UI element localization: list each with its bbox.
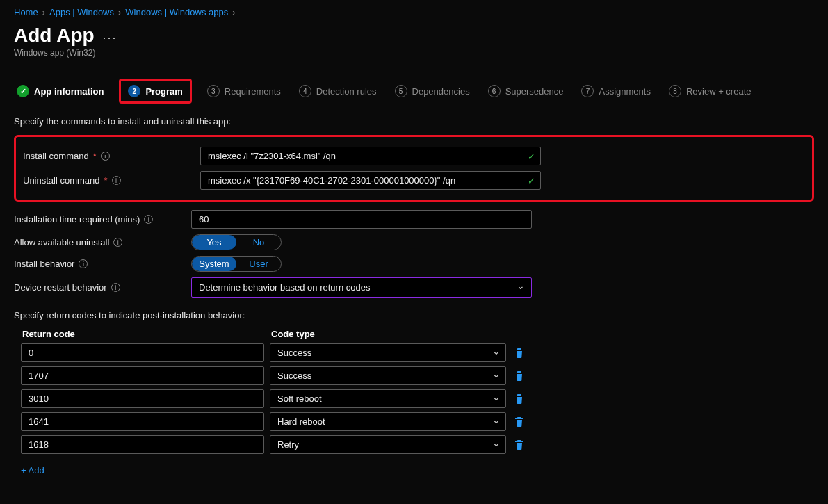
step-label: Review + create (686, 86, 752, 97)
page-title: Add App (14, 24, 95, 47)
code-type-select[interactable] (270, 389, 506, 408)
uninstall-command-input[interactable] (200, 171, 541, 190)
delete-row-button[interactable] (512, 368, 527, 384)
install-behavior-system[interactable]: System (192, 257, 236, 271)
code-type-select[interactable] (270, 412, 506, 431)
check-icon (17, 85, 29, 97)
section-return-codes-description: Specify return codes to indicate post-in… (14, 310, 814, 320)
chevron-right-icon: › (232, 7, 235, 17)
install-command-label: Install command (23, 151, 89, 161)
step-assignments[interactable]: 7 Assignments (578, 81, 653, 101)
chevron-right-icon: › (118, 7, 121, 17)
allow-uninstall-label: Allow available uninstall (14, 237, 109, 247)
allow-uninstall-yes[interactable]: Yes (192, 235, 236, 250)
install-time-label: Installation time required (mins) (14, 214, 140, 225)
info-icon[interactable] (113, 238, 122, 247)
code-type-select[interactable] (270, 435, 506, 454)
wizard-steps: App information 2 Program 3 Requirements… (14, 79, 814, 104)
return-code-row (21, 389, 814, 408)
delete-row-button[interactable] (512, 437, 527, 453)
return-code-input[interactable] (21, 389, 264, 408)
chevron-right-icon: › (42, 7, 45, 17)
section-commands-description: Specify the commands to install and unin… (14, 116, 814, 127)
step-number-icon: 5 (395, 85, 407, 97)
chevron-down-icon (492, 393, 501, 405)
delete-row-button[interactable] (512, 414, 527, 430)
return-code-row (21, 412, 814, 431)
uninstall-command-label: Uninstall command (23, 175, 100, 186)
step-number-icon: 4 (299, 85, 311, 97)
install-command-input[interactable] (200, 147, 541, 165)
chevron-down-icon (492, 371, 501, 382)
step-label: Assignments (599, 86, 650, 97)
step-label: Supersedence (505, 86, 564, 97)
page-subtitle: Windows app (Win32) (14, 48, 814, 58)
breadcrumb: Home › Apps | Windows › Windows | Window… (14, 7, 814, 17)
breadcrumb-apps-windows[interactable]: Apps | Windows (49, 7, 114, 17)
step-number-icon: 6 (488, 85, 501, 97)
restart-behavior-select[interactable] (191, 277, 532, 298)
step-supersedence[interactable]: 6 Supersedence (485, 81, 567, 101)
add-return-code-button[interactable]: + Add (21, 465, 44, 475)
delete-row-button[interactable] (512, 345, 527, 361)
code-type-select[interactable] (270, 343, 506, 362)
required-indicator: * (93, 151, 97, 161)
header-code-type: Code type (271, 329, 521, 339)
step-review-create[interactable]: 8 Review + create (666, 81, 754, 101)
info-icon[interactable] (101, 152, 110, 161)
step-detection-rules[interactable]: 4 Detection rules (296, 81, 380, 101)
step-dependencies[interactable]: 5 Dependencies (392, 81, 473, 101)
return-code-input[interactable] (21, 366, 264, 385)
info-icon[interactable] (112, 176, 121, 185)
step-label: Dependencies (412, 86, 470, 97)
allow-uninstall-no[interactable]: No (236, 235, 281, 250)
step-requirements[interactable]: 3 Requirements (204, 81, 284, 101)
chevron-down-icon (492, 348, 501, 359)
step-label: Program (145, 86, 182, 97)
install-time-input[interactable] (191, 210, 532, 229)
chevron-down-icon (492, 416, 501, 428)
return-code-row (21, 343, 814, 362)
step-label: App information (34, 86, 104, 97)
step-label: Requirements (225, 86, 281, 97)
info-icon[interactable] (144, 215, 153, 224)
step-number-icon: 7 (581, 85, 594, 97)
allow-uninstall-toggle: Yes No (191, 234, 282, 250)
return-code-input[interactable] (21, 435, 264, 454)
return-code-row (21, 435, 814, 454)
install-behavior-user[interactable]: User (236, 257, 281, 271)
step-program[interactable]: 2 Program (119, 79, 191, 104)
required-indicator: * (104, 175, 108, 186)
step-number-icon: 3 (207, 85, 220, 97)
more-actions-button[interactable]: ··· (103, 31, 117, 45)
install-behavior-label: Install behavior (14, 259, 74, 269)
step-number-icon: 8 (669, 85, 681, 97)
return-codes-header: Return code Code type (21, 329, 814, 339)
step-number-icon: 2 (128, 85, 140, 97)
info-icon[interactable] (111, 283, 120, 292)
return-code-input[interactable] (21, 343, 264, 362)
return-code-input[interactable] (21, 412, 264, 431)
restart-behavior-label: Device restart behavior (14, 282, 107, 293)
info-icon[interactable] (79, 259, 88, 268)
install-uninstall-group: Install command * Uninstall command * (14, 135, 814, 202)
breadcrumb-home[interactable]: Home (14, 7, 38, 17)
chevron-down-icon (492, 439, 501, 450)
step-app-information[interactable]: App information (14, 81, 106, 101)
breadcrumb-windows-apps[interactable]: Windows | Windows apps (125, 7, 228, 17)
header-return-code: Return code (21, 329, 271, 339)
code-type-select[interactable] (270, 366, 506, 385)
install-behavior-toggle: System User (191, 256, 282, 272)
step-label: Detection rules (316, 86, 377, 97)
return-code-row (21, 366, 814, 385)
delete-row-button[interactable] (512, 391, 527, 407)
